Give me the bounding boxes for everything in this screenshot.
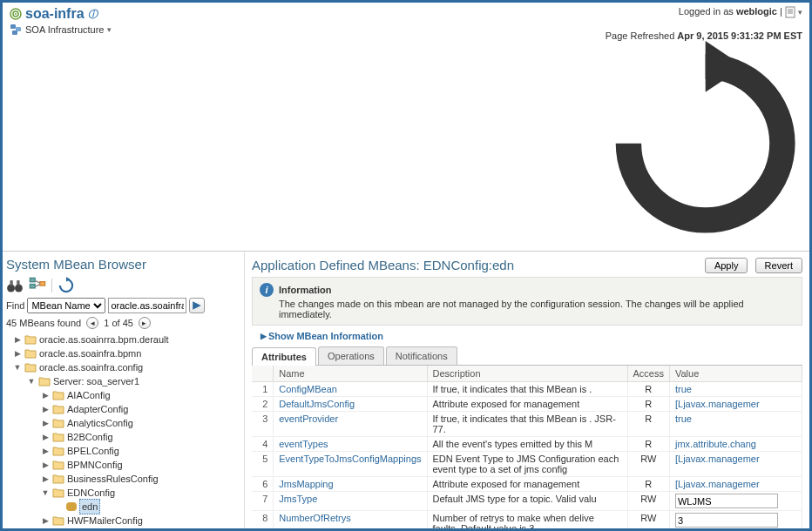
- attr-access: RW: [627, 511, 669, 531]
- tree-toggle-icon[interactable]: ▼: [13, 360, 22, 374]
- col-desc[interactable]: Description: [427, 366, 627, 382]
- tree-label: HWFMailerConfig: [67, 514, 143, 528]
- attr-name-link[interactable]: eventProvider: [279, 413, 338, 424]
- tree-icon[interactable]: [29, 277, 46, 294]
- revert-button[interactable]: Revert: [755, 258, 802, 273]
- tree-toggle-icon[interactable]: ▼: [41, 486, 50, 500]
- tree-node[interactable]: ▶BusinessRulesConfig: [6, 472, 240, 486]
- attr-value-link[interactable]: [Ljavax.managemer: [675, 479, 760, 489]
- attr-name-link[interactable]: eventTypes: [279, 439, 328, 449]
- attr-name-link[interactable]: ConfigMBean: [279, 384, 337, 394]
- tree-label: oracle.as.soainfra.bpmn: [39, 346, 141, 360]
- tree-node[interactable]: ▼EDNConfig: [6, 486, 240, 500]
- tree-label: B2BConfig: [67, 430, 113, 444]
- tree-toggle-icon[interactable]: ▶: [41, 388, 50, 402]
- tree-node[interactable]: ▶BPMNConfig: [6, 458, 240, 472]
- show-mbean-info-link[interactable]: ▶ Show MBean Information: [261, 331, 802, 341]
- row-index: 7: [252, 492, 274, 511]
- find-input[interactable]: [108, 298, 186, 313]
- next-result-button[interactable]: ▸: [139, 317, 151, 329]
- refresh-icon[interactable]: [603, 237, 808, 247]
- attr-value-link[interactable]: jmx.attribute.chang: [675, 439, 756, 449]
- tree-node[interactable]: ▶oracle.as.soainfra.bpmn: [6, 346, 240, 360]
- attr-desc: Number of retrys to make when delive fau…: [427, 511, 627, 531]
- row-index: 8: [252, 511, 274, 531]
- tree-node[interactable]: ▶AnalyticsConfig: [6, 416, 240, 430]
- toolbar-divider: [51, 279, 52, 292]
- attr-value-input[interactable]: [675, 513, 778, 528]
- results-count: 45 MBeans found: [6, 318, 81, 328]
- tab-operations[interactable]: Operations: [318, 346, 384, 365]
- attr-value-link[interactable]: true: [675, 384, 692, 394]
- tree-toggle-icon[interactable]: ▶: [41, 416, 50, 430]
- tab-attributes[interactable]: Attributes: [252, 347, 316, 366]
- refresh-tree-icon[interactable]: [58, 277, 75, 294]
- attr-value-link[interactable]: true: [675, 413, 692, 424]
- tree-node[interactable]: ▶oracie.as.soainrra.bpm.derault: [6, 333, 240, 346]
- binoculars-icon[interactable]: [6, 277, 24, 294]
- tree-node[interactable]: edn: [6, 500, 240, 514]
- apply-button[interactable]: Apply: [705, 258, 748, 273]
- tree-node[interactable]: ▶MediatorConfig: [6, 528, 240, 531]
- svg-rect-14: [17, 280, 19, 286]
- header-menu-dropdown[interactable]: ▾: [798, 8, 802, 17]
- tree-toggle-icon[interactable]: ▼: [27, 374, 36, 388]
- info-icon[interactable]: ⓘ: [88, 8, 98, 21]
- tree-toggle-icon[interactable]: ▶: [41, 514, 50, 528]
- tree-node[interactable]: ▶AdapterConfig: [6, 402, 240, 416]
- col-access[interactable]: Access: [627, 366, 669, 382]
- tree-toggle-icon[interactable]: ▶: [41, 430, 50, 444]
- attr-name-link[interactable]: JmsMapping: [279, 479, 333, 489]
- folder-icon: [52, 390, 64, 400]
- bean-icon: [66, 502, 77, 511]
- folder-icon: [52, 474, 64, 484]
- tree-node[interactable]: ▶BPELConfig: [6, 444, 240, 458]
- tree-toggle-icon[interactable]: ▶: [41, 528, 50, 531]
- tree-node[interactable]: ▶B2BConfig: [6, 430, 240, 444]
- tree-toggle-icon[interactable]: ▶: [41, 472, 50, 486]
- attr-value-input[interactable]: [675, 494, 778, 508]
- folder-icon: [52, 515, 64, 526]
- expand-icon: ▶: [261, 332, 267, 340]
- folder-icon: [52, 404, 64, 414]
- find-label: Find: [6, 300, 24, 311]
- prev-result-button[interactable]: ◂: [86, 317, 98, 329]
- find-bar: Find MBean Name: [6, 298, 240, 313]
- tree-toggle-icon[interactable]: ▶: [41, 444, 50, 458]
- tree-toggle-icon[interactable]: ▶: [13, 333, 22, 346]
- tree-toggle-icon[interactable]: ▶: [41, 458, 50, 472]
- toolbar: [6, 277, 240, 294]
- col-value[interactable]: Value: [669, 366, 802, 382]
- attr-name-link[interactable]: NumberOfRetrys: [279, 513, 351, 523]
- table-row: 5EventTypeToJmsConfigMappingsEDN Event T…: [252, 452, 802, 477]
- svg-rect-13: [10, 280, 12, 286]
- attr-value-link[interactable]: [Ljavax.managemer: [675, 399, 760, 409]
- table-row: 7JmsTypeDefault JMS type for a topic. Va…: [252, 492, 802, 511]
- table-row: 4eventTypesAll the event's types emitted…: [252, 437, 802, 452]
- col-name[interactable]: Name: [274, 366, 427, 382]
- tree-toggle-icon[interactable]: ▶: [13, 346, 22, 360]
- subtitle-dropdown[interactable]: ▾: [107, 25, 112, 34]
- book-icon[interactable]: [785, 6, 795, 18]
- find-go-button[interactable]: [189, 298, 205, 313]
- attr-name-link[interactable]: JmsType: [279, 494, 317, 504]
- tree-node[interactable]: ▶AIAConfig: [6, 388, 240, 402]
- svg-point-2: [15, 13, 17, 15]
- tree-node[interactable]: ▶HWFMailerConfig: [6, 514, 240, 528]
- svg-rect-3: [10, 24, 16, 29]
- attr-value-link[interactable]: [Ljavax.managemer: [675, 454, 760, 464]
- folder-icon: [24, 362, 37, 373]
- logged-in-user: weblogic: [736, 6, 777, 17]
- results-bar: 45 MBeans found ◂ 1 of 45 ▸: [6, 317, 240, 329]
- tree-node[interactable]: ▼Server: soa_server1: [6, 374, 240, 388]
- tree-node[interactable]: ▼oracle.as.soainfra.config: [6, 360, 240, 374]
- folder-icon: [52, 446, 64, 456]
- tree-toggle-icon[interactable]: ▶: [41, 402, 50, 416]
- find-filter-select[interactable]: MBean Name: [27, 298, 105, 313]
- attr-name-link[interactable]: EventTypeToJmsConfigMappings: [279, 454, 421, 464]
- tab-notifications[interactable]: Notifications: [386, 346, 457, 365]
- attr-name-link[interactable]: DefaultJmsConfig: [279, 399, 355, 409]
- results-position: 1 of 45: [104, 318, 133, 328]
- attr-value-cell: true: [669, 382, 802, 397]
- folder-icon: [52, 432, 64, 442]
